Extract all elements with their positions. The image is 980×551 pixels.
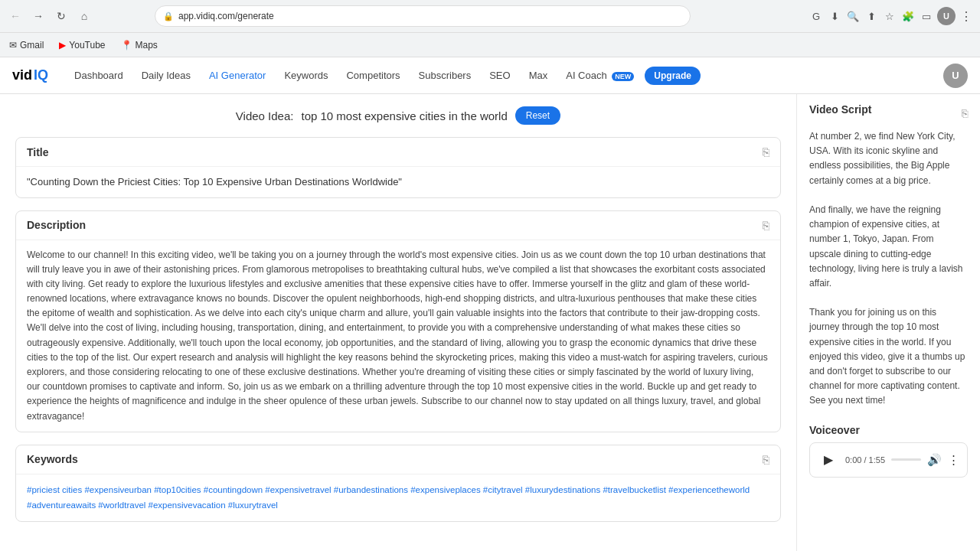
new-badge: NEW	[612, 72, 634, 81]
vidiq-navigation: vidIQ Dashboard Daily Ideas AI Generator…	[0, 57, 980, 94]
voiceover-player: ▶ 0:00 / 1:55 🔊 ⋮	[809, 442, 968, 478]
video-script-text: At number 2, we find New York City, USA.…	[809, 129, 968, 409]
bookmark-star-icon[interactable]: ☆	[882, 8, 897, 24]
right-panel: Video Script ⎘ At number 2, we find New …	[796, 94, 980, 551]
bookmark-maps[interactable]: 📍 Maps	[118, 38, 161, 52]
video-script-section: Video Script ⎘ At number 2, we find New …	[809, 103, 968, 409]
keywords-text: #priciest cities #expensiveurban #top10c…	[27, 482, 769, 514]
download-icon[interactable]: ⬇	[827, 8, 842, 24]
progress-bar[interactable]	[891, 458, 921, 461]
forward-button[interactable]: →	[29, 7, 47, 25]
browser-chrome: ← → ↻ ⌂ 🔒 app.vidiq.com/generate G ⬇ 🔍 ⬆…	[0, 0, 980, 33]
user-avatar[interactable]: U	[943, 64, 968, 88]
bookmark-gmail[interactable]: ✉ Gmail	[6, 38, 47, 52]
nav-items: Dashboard Daily Ideas AI Generator Keywo…	[67, 65, 701, 86]
keywords-card: Keywords ⎘ #priciest cities #expensiveur…	[15, 445, 781, 522]
video-idea-topic: top 10 most expensive cities in the worl…	[301, 109, 507, 122]
lock-icon: 🔒	[163, 11, 174, 21]
more-options-button[interactable]: ⋮	[948, 453, 959, 467]
nav-seo[interactable]: SEO	[482, 65, 518, 86]
current-time: 0:00	[845, 455, 861, 465]
nav-upgrade-button[interactable]: Upgrade	[645, 67, 701, 85]
nav-dashboard[interactable]: Dashboard	[67, 65, 131, 86]
video-idea-header: Video Idea: top 10 most expensive cities…	[15, 106, 781, 125]
description-card: Description ⎘ Welcome to our channel! In…	[15, 210, 781, 432]
reload-button[interactable]: ↻	[52, 7, 70, 25]
bookmark-label: YouTube	[69, 40, 105, 51]
title-text: "Counting Down the Priciest Cities: Top …	[27, 174, 769, 190]
player-time: 0:00 / 1:55	[845, 455, 885, 465]
bookmark-label: Maps	[136, 40, 158, 51]
share-icon[interactable]: ⬆	[864, 8, 879, 24]
description-text: Welcome to our channel! In this exciting…	[27, 248, 769, 424]
browser-extensions: G ⬇ 🔍 ⬆ ☆ 🧩 ▭ U ⋮	[808, 7, 974, 25]
title-card-header: Title ⎘	[16, 138, 780, 167]
logo-vid-text: vid	[12, 67, 32, 83]
address-bar[interactable]: 🔒 app.vidiq.com/generate	[155, 5, 691, 27]
script-copy-button[interactable]: ⎘	[962, 107, 968, 119]
title-card-title: Title	[27, 146, 49, 158]
nav-ai-generator[interactable]: AI Generator	[201, 65, 273, 86]
extensions-icon[interactable]: 🧩	[900, 8, 916, 24]
home-button[interactable]: ⌂	[75, 7, 93, 25]
logo-iq-text: IQ	[34, 67, 48, 83]
voiceover-section: Voiceover ▶ 0:00 / 1:55 🔊 ⋮	[809, 424, 968, 478]
back-button[interactable]: ←	[6, 7, 24, 25]
menu-icon[interactable]: ⋮	[959, 8, 974, 24]
reset-button[interactable]: Reset	[515, 106, 560, 125]
video-script-title: Video Script	[809, 103, 871, 116]
nav-competitors[interactable]: Competitors	[338, 65, 407, 86]
title-card: Title ⎘ "Counting Down the Priciest Citi…	[15, 137, 781, 198]
maps-icon: 📍	[121, 40, 132, 51]
keywords-card-title: Keywords	[27, 453, 78, 465]
bookmark-label: Gmail	[20, 40, 44, 51]
play-button[interactable]: ▶	[818, 449, 839, 471]
nav-daily-ideas[interactable]: Daily Ideas	[134, 65, 198, 86]
voiceover-title: Voiceover	[809, 424, 860, 436]
youtube-icon: ▶	[59, 40, 66, 51]
description-copy-button[interactable]: ⎘	[763, 219, 769, 232]
nav-keywords[interactable]: Keywords	[276, 65, 335, 86]
main-content: Video Idea: top 10 most expensive cities…	[0, 94, 980, 551]
bookmark-bar: ✉ Gmail ▶ YouTube 📍 Maps	[0, 33, 980, 57]
url-text: app.vidiq.com/generate	[178, 11, 274, 21]
keywords-copy-button[interactable]: ⎘	[763, 453, 769, 466]
title-card-body: "Counting Down the Priciest Cities: Top …	[16, 167, 780, 197]
nav-ai-coach[interactable]: AI Coach NEW	[558, 65, 642, 86]
title-copy-button[interactable]: ⎘	[763, 145, 769, 158]
description-card-header: Description ⎘	[16, 211, 780, 240]
gmail-icon: ✉	[9, 40, 17, 51]
total-time: 1:55	[869, 455, 885, 465]
nav-max[interactable]: Max	[521, 65, 556, 86]
nav-subscribers[interactable]: Subscribers	[411, 65, 479, 86]
tablet-icon[interactable]: ▭	[919, 8, 934, 24]
left-panel: Video Idea: top 10 most expensive cities…	[0, 94, 796, 551]
keywords-card-body: #priciest cities #expensiveurban #top10c…	[16, 474, 780, 521]
volume-button[interactable]: 🔊	[927, 453, 942, 467]
keywords-card-header: Keywords ⎘	[16, 445, 780, 474]
browser-toolbar: ← → ↻ ⌂ 🔒 app.vidiq.com/generate G ⬇ 🔍 ⬆…	[0, 0, 980, 32]
player-controls: ▶ 0:00 / 1:55 🔊 ⋮	[818, 449, 959, 471]
ai-coach-label: AI Coach	[566, 70, 606, 81]
vidiq-logo[interactable]: vidIQ	[12, 67, 48, 83]
search-icon[interactable]: 🔍	[845, 8, 861, 24]
description-card-body: Welcome to our channel! In this exciting…	[16, 240, 780, 432]
bookmark-youtube[interactable]: ▶ YouTube	[56, 38, 108, 52]
google-search-icon[interactable]: G	[808, 8, 824, 24]
profile-icon[interactable]: U	[937, 7, 956, 25]
video-idea-label: Video Idea:	[236, 109, 294, 122]
description-card-title: Description	[27, 219, 86, 231]
